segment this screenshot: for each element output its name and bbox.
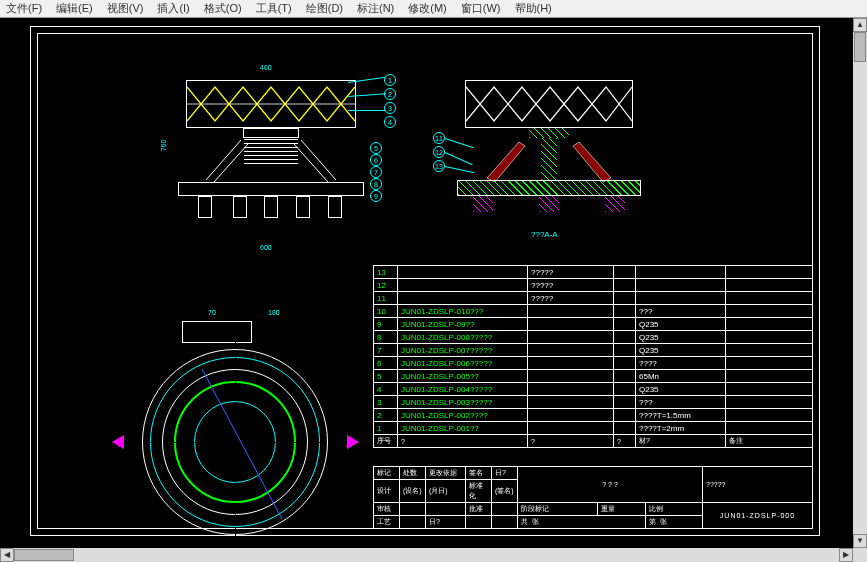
tb-cell: 张 (532, 518, 539, 525)
scroll-left-arrow-icon[interactable]: ◀ (0, 548, 14, 562)
tb-cell: 标记 (374, 467, 400, 480)
bom-code: JUN01-ZDSLP-003????? (398, 396, 528, 409)
svg-line-0 (206, 140, 241, 180)
bom-name: ????? (528, 279, 614, 292)
sec-base (457, 180, 641, 196)
brackets (186, 128, 356, 188)
tb-cell: (设名) (400, 480, 426, 503)
foot-1 (198, 196, 212, 218)
bom-qty (614, 357, 636, 370)
bom-mat: ????T=2mm (636, 422, 726, 435)
callout-5: 5 (370, 142, 382, 154)
foot-4 (296, 196, 310, 218)
bom-qty (614, 370, 636, 383)
callout-3: 3 (384, 102, 396, 114)
bom-mat (636, 292, 726, 305)
tb-cell: 批准 (466, 503, 492, 516)
bom-note (726, 344, 813, 357)
section-underline (525, 242, 571, 243)
menu-edit[interactable]: 编辑(E) (56, 1, 93, 16)
dim-h-text: 760 (160, 140, 167, 152)
bom-no: 9 (374, 318, 398, 331)
bom-code: JUN01-ZDSLP-001?? (398, 422, 528, 435)
dim-b1 (188, 230, 358, 231)
bom-code (398, 266, 528, 279)
callout-1: 1 (384, 74, 396, 86)
tb-cell: 第 (649, 518, 656, 525)
dim-top-text: 460 (260, 64, 272, 71)
menu-insert[interactable]: 插入(I) (157, 1, 189, 16)
svg-marker-7 (347, 435, 359, 449)
tb-cell: 处数 (400, 467, 426, 480)
menu-bar: 文件(F) 编辑(E) 视图(V) 插入(I) 格式(O) 工具(T) 绘图(D… (0, 0, 867, 18)
bom-code: JUN01-ZDSLP-007????? (398, 344, 528, 357)
tb-cell: 张 (660, 518, 667, 525)
menu-tools[interactable]: 工具(T) (256, 1, 292, 16)
top-dim2-text: 180 (268, 309, 280, 316)
callout-9: 9 (370, 190, 382, 202)
svg-marker-5 (573, 142, 611, 182)
menu-window[interactable]: 窗口(W) (461, 1, 501, 16)
bom-mat: ??? (636, 305, 726, 318)
menu-format[interactable]: 格式(O) (204, 1, 242, 16)
scroll-down-arrow-icon[interactable]: ▼ (853, 534, 867, 548)
bom-name (528, 370, 614, 383)
bom-note (726, 266, 813, 279)
bom-note (726, 318, 813, 331)
pad-3 (605, 196, 625, 212)
menu-help[interactable]: 帮助(H) (515, 1, 552, 16)
bom-qty (614, 305, 636, 318)
zigzag-yellow (187, 81, 355, 127)
scrollbar-horizontal[interactable]: ◀ ▶ (0, 548, 853, 562)
dim-b3 (168, 254, 378, 255)
bom-qty (614, 266, 636, 279)
bom-name (528, 344, 614, 357)
view-top: 70 180 A A (118, 321, 353, 531)
tb-cell: 日? (426, 516, 466, 529)
scroll-up-arrow-icon[interactable]: ▲ (853, 18, 867, 32)
top-rect (182, 321, 252, 343)
bom-code (398, 292, 528, 305)
svg-marker-4 (487, 142, 525, 182)
bom-mat: ???? (636, 357, 726, 370)
bom-name (528, 305, 614, 318)
bom-no: 12 (374, 279, 398, 292)
bom-qty (614, 383, 636, 396)
svg-line-8 (202, 369, 282, 519)
svg-marker-6 (112, 435, 124, 449)
bom-note (726, 331, 813, 344)
menu-modify[interactable]: 修改(M) (408, 1, 447, 16)
bom-table: 13????? 12????? 11????? 10JUN01-ZDSLP-01… (373, 265, 813, 448)
bom-no: 10 (374, 305, 398, 318)
callout-7: 7 (370, 166, 382, 178)
bom-code: JUN01-ZDSLP-008????? (398, 331, 528, 344)
title-block: 13????? 12????? 11????? 10JUN01-ZDSLP-01… (373, 265, 813, 529)
tb-cell: (月日) (426, 480, 466, 503)
menu-dim[interactable]: 标注(N) (357, 1, 394, 16)
bom-qty (614, 344, 636, 357)
tb-cell: ????? (703, 467, 813, 503)
scrollbar-vertical[interactable]: ▲ ▼ (853, 18, 867, 548)
svg-line-1 (214, 144, 248, 182)
bom-qty (614, 279, 636, 292)
bom-no: 2 (374, 409, 398, 422)
bom-hdr: 备注 (726, 435, 813, 448)
callout-2: 2 (384, 88, 396, 100)
bom-mat: Q235 (636, 344, 726, 357)
svg-line-3 (294, 144, 328, 182)
menu-draw[interactable]: 绘图(D) (306, 1, 343, 16)
bom-name (528, 331, 614, 344)
drawing-number: JUN01-ZDSLP-000 (703, 503, 813, 529)
scroll-thumb-v[interactable] (854, 32, 866, 62)
scroll-right-arrow-icon[interactable]: ▶ (839, 548, 853, 562)
tb-cell: 重量 (598, 503, 646, 516)
bom-qty (614, 331, 636, 344)
sec-arrow-l (112, 431, 128, 453)
pad-2 (539, 196, 559, 212)
scroll-thumb-h[interactable] (14, 549, 74, 561)
menu-view[interactable]: 视图(V) (107, 1, 144, 16)
bom-hdr: 序号 (374, 435, 398, 448)
drawing-canvas[interactable]: 460 760 600 1 2 3 4 5 6 7 8 9 (0, 18, 853, 548)
menu-file[interactable]: 文件(F) (6, 1, 42, 16)
bom-note (726, 409, 813, 422)
